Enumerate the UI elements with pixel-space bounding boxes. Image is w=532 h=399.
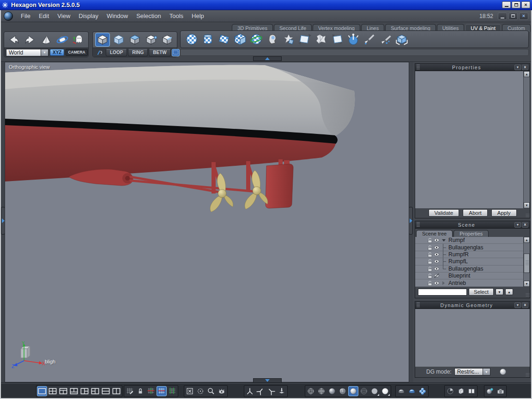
lock-icon[interactable] — [427, 280, 433, 286]
center-view-button[interactable] — [195, 386, 206, 396]
drag-grip-icon[interactable] — [417, 65, 420, 70]
select-auto-mode-button[interactable] — [111, 33, 126, 47]
smoothing-on-button[interactable] — [407, 386, 417, 396]
abort-button[interactable]: Abort — [463, 209, 488, 217]
bright-shaded-button[interactable] — [380, 386, 390, 396]
scene-panel-header[interactable]: Scene ▼ × — [415, 221, 530, 229]
grid-lock-button[interactable] — [135, 386, 145, 396]
tree-row-blueprint[interactable]: Blueprint — [415, 272, 530, 279]
bottombar-collapse-handle[interactable] — [253, 378, 282, 383]
layout-quad-button[interactable] — [48, 386, 58, 396]
dg-mode-dropdown-arrow-icon[interactable]: ▼ — [483, 368, 490, 375]
select-object-mode-button[interactable] — [95, 33, 110, 47]
scene-filter-input[interactable] — [418, 289, 467, 296]
expand-open-icon[interactable] — [442, 239, 446, 242]
eye-off-icon[interactable] — [434, 273, 440, 278]
camera-button[interactable]: CAMERA — [66, 49, 87, 56]
paint-texture-button[interactable] — [378, 32, 393, 46]
grid-edit-button[interactable] — [125, 386, 135, 396]
dg-mode-dropdown[interactable]: Restric... ▼ — [454, 368, 490, 375]
uv-relax-button[interactable] — [314, 32, 328, 46]
drag-grip-icon[interactable] — [417, 222, 420, 227]
tree-row-rumpf[interactable]: Rumpf — [415, 237, 530, 244]
uv-pin-sphere-button[interactable] — [346, 32, 361, 46]
menu-window[interactable]: Window — [103, 11, 132, 21]
tab-scene-tree[interactable]: Scene tree — [416, 230, 453, 237]
close-button[interactable]: × — [521, 1, 530, 8]
menu-help[interactable]: Help — [187, 11, 208, 21]
lock-icon[interactable] — [427, 252, 433, 257]
scene-tree-scrollbar[interactable]: ▲ ▼ — [523, 237, 530, 287]
uv-stretch-button[interactable] — [330, 32, 345, 46]
scene-close-button[interactable]: × — [522, 222, 528, 228]
hidden-line-button[interactable] — [359, 386, 369, 396]
uv-unfold-button[interactable] — [281, 32, 296, 46]
loop-button[interactable]: LOOP — [106, 49, 127, 56]
dynamic-geometry-close-button[interactable]: × — [522, 302, 528, 308]
xyz-button[interactable]: XYZ — [50, 49, 64, 56]
ghost-mode-button[interactable] — [71, 33, 86, 47]
properties-panel-header[interactable]: Properties ▼ × — [415, 64, 530, 71]
shaded-wire-button[interactable] — [338, 386, 348, 396]
dynamic-geometry-menu-button[interactable]: ▼ — [514, 302, 521, 308]
uv-custom-button[interactable] — [265, 32, 280, 46]
fit-view-button[interactable] — [185, 386, 195, 396]
menu-view[interactable]: View — [53, 11, 74, 21]
layout-single-button[interactable] — [37, 386, 47, 396]
scroll-up-button[interactable]: ▲ — [524, 71, 530, 77]
tab-scene-properties[interactable]: Properties — [453, 230, 489, 237]
snapshot-button[interactable] — [496, 386, 506, 396]
layout-v-split-button[interactable] — [111, 386, 121, 396]
right-splitter[interactable] — [409, 62, 413, 382]
section-button[interactable] — [445, 386, 455, 396]
minimize-button[interactable] — [502, 1, 511, 8]
grid-snap-button[interactable] — [157, 386, 167, 396]
fan-select-button[interactable] — [39, 33, 54, 47]
look-at-button[interactable] — [217, 386, 227, 396]
axis-pose-2-button[interactable] — [255, 386, 266, 396]
properties-scrollbar[interactable]: ▲ ▼ — [523, 71, 530, 208]
properties-menu-button[interactable]: ▼ — [514, 65, 521, 70]
shaded-button[interactable] — [327, 386, 337, 396]
properties-close-button[interactable]: × — [522, 65, 528, 70]
redo-button[interactable] — [23, 33, 37, 47]
uv-cubic-button[interactable] — [233, 32, 248, 46]
select-face-mode-button[interactable] — [127, 33, 142, 47]
tree-row-bullaugenglas-2[interactable]: Bullaugenglas — [415, 266, 530, 272]
uv-cylindrical-button[interactable] — [200, 32, 215, 46]
wireframe-dense-button[interactable] — [316, 386, 326, 396]
select-up-button[interactable]: ▲ — [505, 289, 513, 295]
lock-icon[interactable] — [427, 237, 433, 243]
workspace-dropdown-arrow-icon[interactable]: ▼ — [41, 49, 48, 56]
lock-icon[interactable] — [427, 259, 433, 264]
dynamic-geometry-header[interactable]: Dynamic Geometry ▼ × — [415, 302, 530, 309]
tree-row-rumpfr[interactable]: RumpfR — [415, 251, 530, 258]
menu-selection[interactable]: Selection — [132, 11, 165, 21]
zoom-button[interactable] — [206, 386, 216, 396]
select-vertex-mode-button[interactable] — [144, 33, 158, 47]
paint-brush-button[interactable] — [362, 32, 377, 46]
toolbar-collapse-handle[interactable] — [253, 56, 282, 61]
marquee-rect-button[interactable] — [172, 49, 180, 56]
resize-grip[interactable] — [526, 213, 529, 217]
select-down-button[interactable]: ▼ — [496, 289, 503, 295]
uv-spherical-button[interactable] — [184, 32, 199, 46]
betw-button[interactable]: BETW — [149, 49, 170, 56]
layout-right-split-button[interactable] — [79, 386, 90, 396]
layout-left-split-button[interactable] — [90, 386, 100, 396]
expand-closed-icon[interactable] — [442, 281, 445, 285]
paint-select-button[interactable] — [95, 49, 105, 56]
grid-axes-button[interactable] — [146, 386, 156, 396]
resize-grip[interactable] — [526, 293, 529, 296]
scroll-down-button[interactable]: ▼ — [524, 202, 530, 208]
scroll-down-button[interactable]: ▼ — [524, 281, 530, 287]
eye-icon[interactable] — [434, 266, 440, 272]
manipulator-button[interactable] — [55, 33, 70, 47]
lock-icon[interactable] — [427, 245, 433, 250]
app-maximize-button[interactable] — [508, 12, 518, 20]
smoothing-high-button[interactable] — [417, 386, 428, 396]
tree-row-antrieb[interactable]: Antrieb — [415, 279, 530, 286]
resize-grip[interactable] — [526, 373, 529, 376]
uv-planar-button[interactable] — [217, 32, 231, 46]
lock-icon[interactable] — [427, 273, 433, 278]
